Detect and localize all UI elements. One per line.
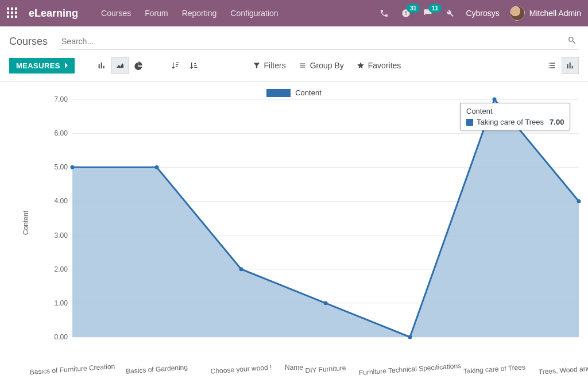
menu-reporting[interactable]: Reporting: [182, 9, 217, 18]
activities-badge: 31: [407, 4, 420, 13]
list-icon: [299, 61, 307, 69]
search-icon[interactable]: [567, 36, 577, 45]
svg-point-21: [492, 98, 496, 102]
control-panel: Courses MEASURES Filters: [0, 26, 588, 82]
chart-legend: Content: [6, 88, 582, 97]
view-switcher: [543, 57, 579, 74]
bar-chart-button[interactable]: [93, 57, 110, 74]
star-icon: [357, 61, 365, 69]
avatar: [510, 6, 525, 21]
legend-label: Content: [295, 88, 322, 97]
chart-tooltip: Content Taking care of Trees 7.00: [460, 103, 570, 130]
top-navbar: eLearning Courses Forum Reporting Config…: [0, 0, 588, 26]
caret-right-icon: [65, 63, 68, 68]
menu-configuration[interactable]: Configuration: [230, 9, 278, 18]
svg-point-17: [154, 165, 158, 169]
groupby-button[interactable]: Group By: [299, 61, 344, 70]
svg-text:1.00: 1.00: [55, 299, 68, 307]
svg-point-18: [239, 267, 243, 271]
sort-asc-button[interactable]: [185, 57, 202, 74]
system-name[interactable]: Cybrosys: [466, 9, 499, 18]
user-name: Mitchell Admin: [529, 9, 581, 18]
x-tick-label: Basics of Gardening: [126, 363, 188, 376]
sort-group: [167, 57, 202, 74]
activities-icon[interactable]: 31: [400, 7, 412, 19]
svg-text:6.00: 6.00: [55, 129, 68, 137]
area-chart-button[interactable]: [111, 57, 129, 74]
list-view-button[interactable]: [543, 57, 560, 74]
sort-desc-button[interactable]: [167, 57, 184, 74]
legend-swatch: [266, 89, 291, 97]
menu-forum[interactable]: Forum: [145, 9, 168, 18]
svg-point-20: [408, 335, 412, 339]
funnel-icon: [253, 61, 261, 69]
svg-text:5.00: 5.00: [55, 163, 68, 171]
apps-icon[interactable]: [7, 7, 18, 19]
page-title: Courses: [9, 36, 48, 48]
chart-plot: 0.001.002.003.004.005.006.007.00: [72, 99, 579, 337]
messages-badge: 11: [428, 4, 442, 13]
filter-group: Filters Group By Favorites: [253, 61, 401, 70]
tooltip-title: Content: [466, 107, 564, 115]
svg-text:7.00: 7.00: [55, 95, 68, 103]
x-tick-label: DIY Furniture: [305, 364, 346, 375]
y-axis-label: Content: [22, 211, 30, 235]
svg-text:0.00: 0.00: [55, 333, 68, 341]
chart-container: Content Content 0.001.002.003.004.005.00…: [0, 82, 588, 379]
svg-text:2.00: 2.00: [55, 265, 68, 273]
svg-point-16: [70, 165, 74, 169]
phone-icon[interactable]: [378, 7, 390, 19]
tooltip-swatch: [466, 119, 473, 126]
tooltip-label: Taking care of Trees: [477, 118, 544, 126]
graph-view-button[interactable]: [562, 57, 579, 74]
measures-button[interactable]: MEASURES: [9, 58, 75, 74]
pie-chart-button[interactable]: [130, 57, 147, 74]
measures-label: MEASURES: [16, 61, 60, 70]
search-container: [59, 33, 579, 50]
menu-courses[interactable]: Courses: [101, 9, 131, 18]
svg-point-19: [323, 301, 327, 305]
tooltip-value: 7.00: [550, 118, 564, 126]
user-menu[interactable]: Mitchell Admin: [510, 6, 581, 21]
main-menu: Courses Forum Reporting Configuration: [101, 9, 278, 18]
x-ticks: Basics of Furniture CreationBasics of Ga…: [67, 365, 585, 379]
x-tick-label: Taking care of Trees: [463, 363, 526, 376]
svg-point-22: [577, 199, 581, 203]
chart-type-group: [93, 57, 147, 74]
messages-icon[interactable]: 11: [422, 7, 434, 19]
search-input[interactable]: [59, 33, 579, 50]
tools-icon[interactable]: [444, 7, 455, 19]
x-tick-label: Choose your wood !: [210, 363, 272, 375]
favorites-button[interactable]: Favorites: [357, 61, 401, 70]
filters-button[interactable]: Filters: [253, 61, 286, 70]
app-brand[interactable]: eLearning: [29, 7, 78, 20]
svg-text:3.00: 3.00: [55, 231, 68, 239]
svg-text:4.00: 4.00: [55, 197, 68, 205]
